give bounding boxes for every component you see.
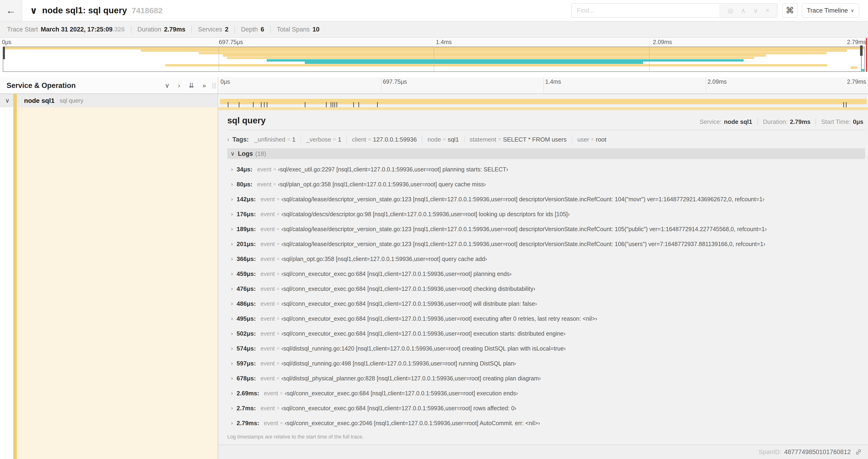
log-row[interactable]: ›486μs:event=‹sql/conn_executor_exec.go:… [227,296,865,311]
log-row[interactable]: ›459μs:event=‹sql/conn_executor_exec.go:… [227,266,865,281]
equals-sign: = [498,136,501,142]
trace-start-ms: .326 [113,26,125,33]
log-row[interactable]: ›366μs:event=‹sql/plan_opt.go:358 [nsql1… [227,252,865,266]
column-resizer-grip[interactable] [213,83,215,89]
log-field-value: ‹sql/distsql_physical_planner.go:828 [ns… [281,375,541,382]
span-row-name-cell[interactable]: ∨ node sql1 sql query [0,94,218,107]
span-id-bar: SpanID: 4877749850101760812 [218,445,868,459]
prev-result-icon[interactable]: ∧ [741,7,746,14]
collapse-all-icon[interactable]: ∨ [30,6,37,15]
tags-section[interactable]: › Tags: _unfinished=1_verbose=1client=12… [227,134,865,145]
tags-label: Tags: [232,136,249,143]
minimap-canvas[interactable] [3,47,865,72]
find-input[interactable] [572,4,720,17]
chevron-down-icon[interactable]: ∨ [5,97,9,104]
locate-icon[interactable]: ◎ [727,7,733,14]
timeline-tick-label: 1.4ms [545,78,561,85]
log-row[interactable]: ›502μs:event=‹sql/conn_executor_exec.go:… [227,326,865,341]
span-duration-bar[interactable] [220,99,867,104]
minimap-span [165,64,828,66]
page-header: ← ∨ node sql1: sql query 7418682 ◎ ∧ ∨ ×… [0,0,868,21]
collapse-one-icon[interactable]: ∨ [165,82,169,89]
log-timestamp: 201μs: [237,240,256,248]
span-color-accent [13,94,17,107]
log-row[interactable]: ›142μs:event=‹sql/catalog/lease/descript… [227,192,865,207]
log-field-value: ‹sql/catalog/lease/descriptor_version_st… [281,241,765,248]
view-selector-button[interactable]: Trace Timeline ∨ [802,3,859,18]
log-row[interactable]: ›476μs:event=‹sql/conn_executor_exec.go:… [227,281,865,296]
log-field-value: ‹sql/conn_executor_exec.go:684 [nsql1,cl… [281,405,516,412]
minimap-left-scrubber[interactable] [3,47,5,59]
log-row[interactable]: ›189μs:event=‹sql/catalog/lease/descript… [227,222,865,236]
separator [235,26,235,33]
log-row[interactable]: ›201μs:event=‹sql/catalog/lease/descript… [227,236,865,252]
log-row[interactable]: ›176μs:event=‹sql/catalog/descs/descript… [227,207,865,222]
minimap-gridline [219,47,219,71]
logs-section-header[interactable]: ∨ Logs (18) [227,148,865,159]
log-row[interactable]: ›80μs:event=‹sql/plan_opt.go:358 [nsql1,… [227,177,865,192]
log-field-value: ‹sql/conn_executor_exec.go:2046 [nsql1,c… [285,420,540,427]
clear-search-icon[interactable]: × [766,7,769,14]
log-field-key: event [260,196,275,203]
span-row-timeline-cell[interactable] [219,94,868,107]
find-box: ◎ ∧ ∨ × [571,3,777,18]
log-field-key: event [260,226,275,233]
separator [270,26,271,33]
tag-key: statement [470,136,496,143]
tag-item[interactable]: _unfinished=1 [254,136,296,143]
log-row[interactable]: ›2.7ms:event=‹sql/conn_executor_exec.go:… [227,401,865,416]
minimap-span [227,57,754,59]
log-field-value: ‹sql/conn_executor_exec.go:684 [nsql1,cl… [281,330,565,337]
log-field-key: event [260,405,275,412]
expand-one-icon[interactable]: › [178,82,180,89]
minimap-span [862,69,864,71]
minimap-span [199,52,827,54]
log-row[interactable]: ›34μs:event=‹sql/exec_util.go:2297 [nsql… [227,162,865,177]
log-field-value: ‹sql/conn_executor_exec.go:684 [nsql1,cl… [285,390,518,397]
log-row[interactable]: ›597μs:event=‹sql/distsql_running.go:498… [227,356,865,371]
keyboard-shortcuts-button[interactable]: ⌘ [782,3,798,18]
equals-sign: = [277,316,280,321]
tag-item[interactable]: statement=SELECT * FROM users [470,136,567,143]
log-field-key: event [260,241,275,248]
chevron-right-icon: › [231,300,233,307]
back-button[interactable]: ← [0,0,22,21]
chevron-right-icon: › [231,345,233,352]
minimap-span [305,62,643,64]
log-timestamp: 366μs: [237,255,256,263]
log-row[interactable]: ›678μs:event=‹sql/distsql_physical_plann… [227,371,865,386]
logs-footnote: Log timestamps are relative to the start… [227,434,865,440]
log-field-key: event [260,270,275,277]
log-field-value: ‹sql/conn_executor_exec.go:684 [nsql1,cl… [281,300,537,307]
log-row[interactable]: ›2.79ms:event=‹sql/conn_executor_exec.go… [227,416,865,431]
chevron-right-icon: › [231,211,233,217]
log-timestamp: 2.79ms: [237,420,259,427]
trace-start-value: March 31 2022, 17:25:09 [41,26,113,33]
tag-item[interactable]: client=127.0.0.1:59936 [352,136,417,143]
tag-item[interactable]: _verbose=1 [306,136,341,143]
tag-value: root [596,136,607,143]
equals-sign: = [277,361,280,366]
link-icon[interactable] [855,448,862,456]
log-timestamp: 495μs: [237,315,256,322]
tag-value: sql1 [448,136,459,143]
tag-key: _verbose [306,136,331,143]
chevron-down-icon: ∨ [851,8,854,13]
services-value: 2 [225,26,228,33]
tag-item[interactable]: node=sql1 [428,136,459,143]
chevron-down-icon: ∨ [230,151,235,157]
expand-all-icon[interactable]: » [202,82,206,89]
minimap-tick-label: 697.75μs [219,39,243,45]
collapse-all-icon[interactable]: ⇊ [189,82,194,89]
log-row[interactable]: ›574μs:event=‹sql/distsql_running.go:142… [227,341,865,356]
next-result-icon[interactable]: ∨ [753,7,758,14]
log-row[interactable]: ›2.69ms:event=‹sql/conn_executor_exec.go… [227,386,865,401]
tag-item[interactable]: user=root [577,136,606,143]
log-timestamp: 80μs: [237,181,252,188]
minimap-right-scrubber[interactable] [860,45,863,56]
minimap-ruler: 0μs697.75μs1.4ms2.09ms2.79ms [0,38,868,47]
log-timestamp: 176μs: [237,210,256,218]
equals-sign: = [277,241,280,247]
span-service-name: node sql1 [24,97,55,104]
log-row[interactable]: ›495μs:event=‹sql/conn_executor_exec.go:… [227,311,865,326]
